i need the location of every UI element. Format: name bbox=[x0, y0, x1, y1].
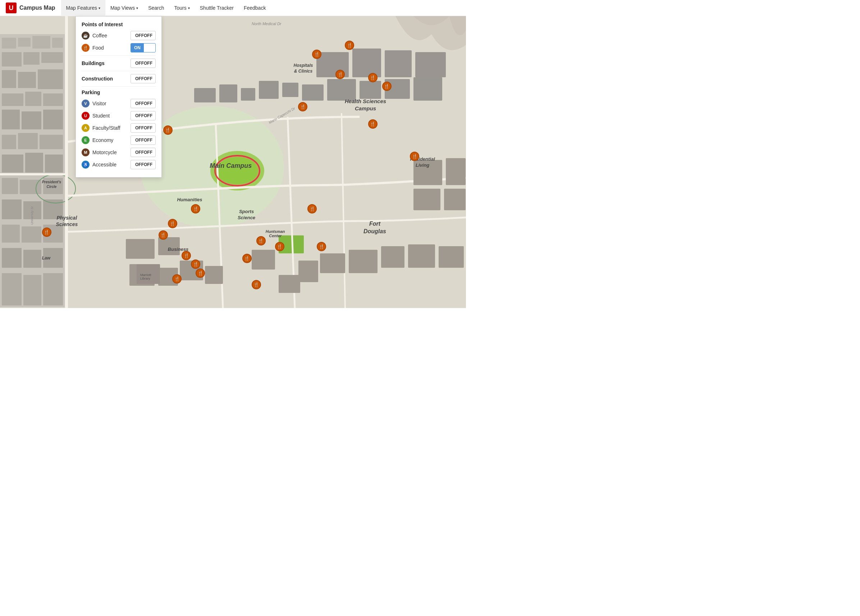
accessible-row: ♿ Accessible OFF bbox=[82, 160, 156, 169]
nav-tours[interactable]: Tours ▾ bbox=[169, 0, 195, 16]
logo-icon: U bbox=[6, 3, 17, 13]
food-marker: 🍴 bbox=[368, 119, 378, 129]
construction-label: Construction bbox=[82, 76, 128, 82]
svg-rect-36 bbox=[43, 248, 63, 268]
construction-row: Construction OFF bbox=[82, 74, 156, 83]
svg-rect-9 bbox=[41, 52, 63, 63]
svg-rect-58 bbox=[385, 50, 412, 77]
svg-rect-50 bbox=[282, 83, 298, 97]
food-toggle[interactable] bbox=[130, 43, 156, 52]
svg-rect-14 bbox=[25, 92, 41, 106]
economy-toggle[interactable]: OFF bbox=[130, 135, 156, 145]
nav-map-features[interactable]: Map Features ▾ bbox=[61, 0, 105, 16]
accessible-toggle[interactable]: OFF bbox=[130, 160, 156, 169]
food-marker: 🍴 bbox=[159, 230, 168, 240]
buildings-toggle[interactable]: OFF bbox=[130, 59, 156, 68]
motorcycle-toggle[interactable]: OFF bbox=[130, 148, 156, 157]
svg-rect-37 bbox=[2, 273, 22, 306]
faculty-row: A Faculty/Staff OFF bbox=[82, 123, 156, 133]
svg-rect-46 bbox=[194, 88, 216, 102]
svg-rect-70 bbox=[279, 275, 300, 293]
svg-point-44 bbox=[217, 157, 258, 184]
faculty-label: A Faculty/Staff bbox=[82, 124, 128, 132]
food-marker: 🍴 bbox=[191, 204, 200, 213]
student-icon: U bbox=[82, 112, 89, 120]
svg-rect-53 bbox=[359, 81, 381, 99]
svg-rect-27 bbox=[43, 178, 63, 194]
svg-rect-19 bbox=[2, 135, 16, 149]
food-marker: 🍴 bbox=[382, 82, 392, 91]
chevron-down-icon: ▾ bbox=[188, 6, 190, 10]
student-toggle[interactable]: OFF bbox=[130, 111, 156, 121]
nav-search[interactable]: Search bbox=[143, 0, 169, 16]
visitor-row: V Visitor OFF bbox=[82, 99, 156, 108]
svg-rect-77 bbox=[413, 160, 442, 185]
food-marker: 🍴 bbox=[172, 274, 182, 284]
features-dropdown: Points of Interest ☕ Coffee OFF 🍴 Food B… bbox=[75, 16, 162, 177]
svg-rect-51 bbox=[302, 85, 323, 100]
motorcycle-row: M Motorcycle OFF bbox=[82, 148, 156, 157]
faculty-toggle[interactable]: OFF bbox=[130, 123, 156, 133]
food-marker: 🍴 bbox=[168, 219, 177, 228]
chevron-down-icon: ▾ bbox=[136, 6, 138, 10]
coffee-label: ☕ Coffee bbox=[82, 31, 128, 39]
svg-rect-24 bbox=[45, 155, 63, 172]
svg-rect-28 bbox=[2, 199, 22, 219]
svg-rect-8 bbox=[24, 52, 39, 65]
food-marker: 🍴 bbox=[191, 260, 200, 269]
svg-rect-52 bbox=[327, 79, 356, 100]
food-marker: 🍴 bbox=[252, 280, 261, 289]
svg-rect-39 bbox=[43, 273, 63, 306]
coffee-icon: ☕ bbox=[82, 31, 89, 39]
logo-area[interactable]: U Campus Map bbox=[0, 3, 61, 13]
svg-rect-23 bbox=[25, 153, 43, 172]
accessible-icon: ♿ bbox=[82, 161, 89, 169]
food-marker: 🍴 bbox=[256, 236, 266, 246]
svg-rect-18 bbox=[43, 110, 63, 129]
svg-text:North Medical Dr: North Medical Dr bbox=[252, 22, 282, 26]
food-marker: 🍴 bbox=[410, 152, 419, 161]
coffee-toggle[interactable]: OFF bbox=[130, 31, 156, 40]
svg-rect-80 bbox=[444, 189, 466, 210]
motorcycle-label: M Motorcycle bbox=[82, 149, 128, 156]
svg-rect-76 bbox=[439, 246, 464, 268]
economy-label: E Economy bbox=[82, 136, 128, 144]
navbar: U Campus Map Map Features ▾ Map Views ▾ … bbox=[0, 0, 466, 16]
chevron-down-icon: ▾ bbox=[99, 6, 100, 10]
svg-rect-25 bbox=[2, 178, 18, 194]
map[interactable]: North Medical Dr Mario Capecchi Dr Unive… bbox=[0, 16, 466, 308]
construction-toggle[interactable]: OFF bbox=[130, 74, 156, 83]
nav-feedback[interactable]: Feedback bbox=[239, 0, 271, 16]
svg-rect-21 bbox=[39, 135, 63, 149]
svg-text:University St: University St bbox=[30, 206, 34, 225]
visitor-icon: V bbox=[82, 100, 89, 107]
svg-rect-32 bbox=[22, 226, 41, 243]
nav-map-views[interactable]: Map Views ▾ bbox=[105, 0, 143, 16]
food-label: 🍴 Food bbox=[82, 44, 128, 52]
nav-shuttle-tracker[interactable]: Shuttle Tracker bbox=[195, 0, 239, 16]
svg-rect-10 bbox=[2, 70, 16, 88]
svg-rect-64 bbox=[158, 237, 180, 255]
food-marker: 🍴 bbox=[336, 70, 345, 79]
student-row: U Student OFF bbox=[82, 111, 156, 121]
food-marker: 🍴 bbox=[298, 102, 308, 111]
svg-rect-79 bbox=[413, 189, 440, 210]
svg-rect-49 bbox=[259, 81, 279, 99]
svg-rect-72 bbox=[320, 253, 345, 273]
economy-icon: E bbox=[82, 136, 89, 144]
svg-rect-7 bbox=[2, 52, 22, 66]
food-icon: 🍴 bbox=[82, 44, 89, 52]
food-marker: 🍴 bbox=[182, 251, 191, 260]
svg-text:Marriott: Marriott bbox=[140, 273, 151, 277]
visitor-toggle[interactable]: OFF bbox=[130, 99, 156, 108]
food-marker: 🍴 bbox=[242, 254, 252, 263]
motorcycle-icon: M bbox=[82, 149, 89, 156]
svg-rect-15 bbox=[43, 93, 63, 106]
food-marker: 🍴 bbox=[42, 227, 52, 237]
accessible-label: ♿ Accessible bbox=[82, 161, 128, 169]
app-title: Campus Map bbox=[19, 5, 55, 11]
svg-rect-47 bbox=[219, 85, 237, 102]
svg-rect-68 bbox=[205, 266, 223, 284]
svg-rect-38 bbox=[24, 275, 41, 306]
svg-rect-69 bbox=[252, 250, 275, 270]
